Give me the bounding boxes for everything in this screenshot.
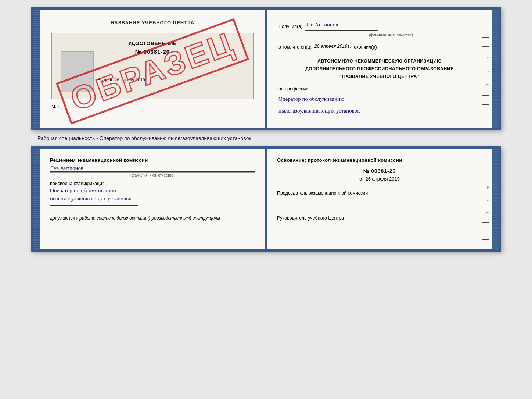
chairman-sig-line [277, 202, 328, 208]
margin-dash-1 [482, 28, 489, 28]
qualification-line2: пылегазоулавливающих установок [50, 196, 255, 202]
right-page-content: Получил(а) Лев Антпонов (фамилия, имя, о… [278, 20, 481, 116]
cert-issued: Выдано 26 апреля 2019 [97, 77, 244, 83]
sig-line-1 [50, 205, 138, 206]
certificate-area: УДОСТОВЕРЕНИЕ № 00381-20 Выдано 26 апрел… [51, 33, 254, 99]
completed-line: в том, что он(а) 26 апреля 2019г. окончи… [278, 42, 481, 51]
dash-after-name [380, 29, 391, 29]
completed-date: 26 апреля 2019г. [314, 42, 351, 51]
center-head-sig-line [277, 227, 328, 233]
top-right-page: Получил(а) Лев Антпонов (фамилия, имя, о… [267, 10, 492, 128]
profession-line2: пылегазоулавливающих установок [278, 106, 481, 116]
separator-text: Рабочая специальность - Оператор по обсл… [37, 135, 251, 141]
top-left-page: НАЗВАНИЕ УЧЕБНОГО ЦЕНТРА УДОСТОВЕРЕНИЕ №… [40, 10, 267, 128]
certificate-box: УДОСТОВЕРЕНИЕ № 00381-20 Выдано 26 апрел… [51, 33, 254, 99]
margin-dash-r3 [482, 177, 489, 177]
margin-dash-4 [482, 95, 489, 96]
basis-heading: Основание: протокол экзаменационной коми… [277, 157, 482, 163]
cert-title: УДОСТОВЕРЕНИЕ [61, 40, 244, 46]
received-label: Получил(а) [278, 22, 302, 31]
school-title: НАЗВАНИЕ УЧЕБНОГО ЦЕНТРА [51, 20, 254, 25]
org-line3: " НАЗВАНИЕ УЧЕБНОГО ЦЕНТРА " [278, 73, 481, 81]
center-head-label: Руководитель учебного Центра [277, 215, 482, 221]
mp-label: М.П. [51, 104, 254, 109]
recipient-sublabel: (фамилия, имя, отчество) [301, 32, 481, 39]
org-block: АВТОНОМНУЮ НЕКОММЕРЧЕСКУЮ ОРГАНИЗАЦИЮ ДО… [278, 57, 481, 81]
margin-dash-r6 [482, 239, 489, 240]
person-sublabel: (фамилия, имя, отчество) [50, 172, 255, 177]
margin-dash-r5 [482, 231, 489, 231]
margin-label-arrow: ← [485, 82, 489, 86]
recipient-name: Лев Антпонов [305, 20, 378, 31]
org-line2: ДОПОЛНИТЕЛЬНОГО ПРОФЕССИОНАЛЬНОГО ОБРАЗО… [278, 65, 481, 73]
allowed-text: допускается к работе согласно должностны… [50, 215, 255, 221]
margin-dash-2 [482, 37, 489, 38]
qualification-line1: Оператор по обслуживанию [50, 188, 255, 194]
margin-dash-r4 [482, 222, 489, 223]
protocol-date: от 26 апреля 2019 [277, 176, 482, 182]
recipient-line: Получил(а) Лев Антпонов [278, 20, 481, 31]
margin-dash-5 [482, 104, 489, 105]
qualification-label: присвоена квалификация [50, 181, 255, 186]
issued-date: 26 апреля 2019 [115, 77, 145, 82]
allowed-value: работе согласно должностным (производств… [79, 215, 220, 221]
margin-label-rarrow: ← [485, 210, 489, 214]
sig-line-2 [50, 209, 138, 209]
sig-line-3 [50, 224, 138, 224]
margin-label-ra: а [487, 197, 489, 202]
issued-label: Выдано [97, 77, 114, 82]
top-book-spread: НАЗВАНИЕ УЧЕБНОГО ЦЕНТРА УДОСТОВЕРЕНИЕ №… [31, 7, 501, 130]
photo-placeholder [61, 51, 94, 92]
completed-prefix: в том, что он(а) [278, 43, 312, 51]
profession-label: по профессии [278, 85, 481, 93]
protocol-number: № 00381-20 [277, 168, 482, 174]
document-container: НАЗВАНИЕ УЧЕБНОГО ЦЕНТРА УДОСТОВЕРЕНИЕ №… [31, 7, 501, 252]
margin-dash-3 [482, 46, 489, 47]
margin-dash-r2 [482, 168, 489, 168]
chairman-label: Председатель экзаменационной комиссии [277, 190, 482, 196]
center-head-block: Руководитель учебного Центра [277, 215, 482, 233]
bottom-right-page: Основание: протокол экзаменационной коми… [267, 149, 492, 249]
org-line1: АВТОНОМНУЮ НЕКОММЕРЧЕСКУЮ ОРГАНИЗАЦИЮ [278, 57, 481, 65]
completed-suffix: окончил(а) [354, 43, 377, 51]
bottom-book-spread: Решением экзаменационной комиссии Лев Ан… [31, 146, 501, 252]
protocol-date-value: 26 апреля 2019 [366, 176, 400, 182]
margin-label-ri: и [487, 185, 489, 189]
margin-label-i: и [487, 56, 489, 60]
decision-heading: Решением экзаменационной комиссии [50, 157, 255, 163]
chairman-block: Председатель экзаменационной комиссии [277, 190, 482, 208]
profession-line1: Оператор по обслуживанию [278, 94, 481, 104]
margin-label-a: а [488, 69, 489, 73]
person-name: Лев Антпонов [50, 165, 255, 172]
protocol-date-prefix: от [359, 176, 364, 182]
bottom-left-page: Решением экзаменационной комиссии Лев Ан… [40, 149, 267, 249]
margin-dash-r1 [482, 160, 489, 160]
allowed-prefix: допускается к [50, 215, 78, 221]
